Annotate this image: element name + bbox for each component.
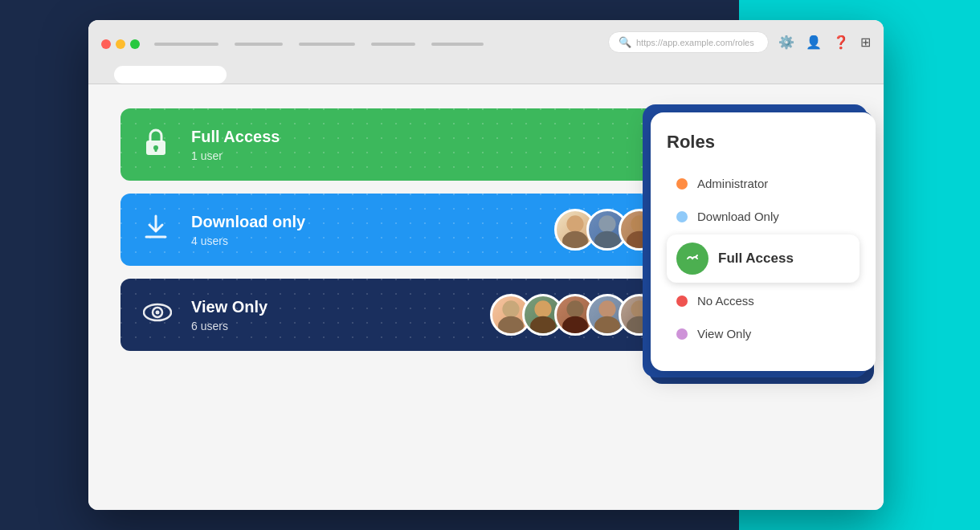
svg-point-7	[566, 215, 583, 232]
svg-point-17	[156, 310, 160, 314]
address-search-bar[interactable]: 🔍 https://app.example.com/roles	[608, 31, 769, 53]
close-button[interactable]	[101, 39, 111, 49]
svg-point-10	[594, 231, 620, 248]
card-title: Full Access	[191, 128, 692, 146]
download-icon	[143, 213, 175, 247]
maximize-button[interactable]	[130, 39, 140, 49]
roles-panel-title: Roles	[667, 132, 860, 153]
panel-wrapper: Roles Administrator Download Only	[635, 96, 860, 355]
tab-bar	[154, 43, 602, 46]
minimize-button[interactable]	[116, 39, 125, 49]
role-cards-list: Full Access 1 user	[120, 108, 715, 351]
browser-content: Full Access 1 user	[88, 84, 884, 510]
role-dot-purple	[676, 328, 688, 340]
role-item-administrator[interactable]: Administrator	[667, 169, 860, 198]
svg-point-20	[534, 300, 551, 317]
tab-item	[235, 43, 283, 46]
tab-item	[431, 43, 484, 46]
browser-icons: ⚙️ 👤 ❓ ⊞	[778, 35, 871, 50]
settings-icon[interactable]: ⚙️	[778, 35, 794, 50]
role-dot-orange	[676, 178, 688, 190]
role-label: Administrator	[697, 177, 768, 190]
role-item-download-only[interactable]: Download Only	[667, 202, 860, 231]
tab-item	[371, 43, 415, 46]
grid-icon[interactable]: ⊞	[860, 35, 871, 50]
user-icon[interactable]: 👤	[806, 35, 822, 50]
tab-active	[154, 43, 218, 46]
browser-window: 🔍 https://app.example.com/roles ⚙️ 👤 ❓ ⊞	[88, 20, 884, 510]
search-icon: 🔍	[619, 36, 631, 48]
svg-point-21	[530, 316, 556, 333]
traffic-lights	[101, 39, 140, 49]
full-access-card[interactable]: Full Access 1 user	[120, 108, 715, 181]
svg-point-8	[562, 231, 588, 248]
role-dot-red	[676, 296, 688, 307]
svg-point-23	[562, 316, 588, 333]
lock-icon	[143, 128, 175, 162]
role-item-no-access[interactable]: No Access	[667, 286, 860, 316]
roles-panel: Roles Administrator Download Only	[651, 112, 876, 371]
svg-point-22	[566, 300, 583, 317]
eye-icon	[143, 301, 175, 329]
role-item-full-access[interactable]: Full Access	[667, 234, 860, 283]
svg-point-25	[594, 316, 620, 333]
help-icon[interactable]: ❓	[833, 35, 849, 50]
svg-point-24	[598, 300, 615, 317]
role-label: No Access	[697, 294, 754, 308]
card-text: Full Access 1 user	[191, 128, 692, 162]
svg-point-9	[598, 215, 615, 232]
role-dot-green	[676, 243, 708, 275]
svg-rect-2	[155, 148, 157, 152]
role-label: View Only	[697, 327, 751, 340]
role-label-active: Full Access	[718, 251, 794, 267]
browser-toolbar: 🔍 https://app.example.com/roles ⚙️ 👤 ❓ ⊞	[608, 28, 871, 59]
role-item-view-only[interactable]: View Only	[667, 319, 860, 349]
search-placeholder: https://app.example.com/roles	[636, 38, 758, 47]
svg-point-18	[502, 300, 519, 317]
svg-line-30	[696, 255, 697, 257]
role-dot-lightblue	[676, 211, 688, 222]
svg-point-19	[498, 316, 524, 333]
browser-chrome: 🔍 https://app.example.com/roles ⚙️ 👤 ❓ ⊞	[88, 20, 884, 84]
tab-item	[299, 43, 355, 46]
view-only-card[interactable]: View Only 6 users	[120, 279, 715, 351]
address-pill	[114, 66, 227, 84]
role-label: Download Only	[697, 210, 779, 223]
card-subtitle: 1 user	[191, 149, 692, 162]
download-only-card[interactable]: Download only 4 users	[120, 194, 715, 266]
